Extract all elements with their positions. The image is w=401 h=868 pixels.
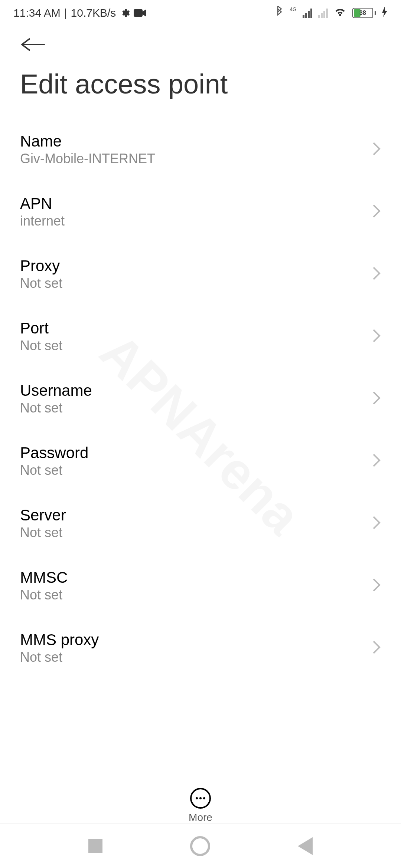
navigation-bar — [0, 823, 401, 868]
setting-item-proxy[interactable]: Proxy Not set — [20, 243, 381, 305]
setting-label: Port — [20, 319, 372, 337]
page-title: Edit access point — [0, 53, 401, 118]
signal-sim1-icon — [303, 8, 312, 18]
more-button[interactable] — [190, 788, 211, 809]
setting-label: Proxy — [20, 257, 372, 275]
setting-label: MMSC — [20, 569, 372, 586]
status-time: 11:34 AM — [13, 7, 61, 19]
nav-recent-button[interactable] — [88, 839, 102, 853]
chevron-right-icon — [372, 204, 381, 220]
setting-value: Giv-Mobile-INTERNET — [20, 151, 372, 167]
svg-rect-0 — [134, 9, 143, 17]
setting-item-mms-proxy[interactable]: MMS proxy Not set — [20, 617, 381, 679]
chevron-right-icon — [372, 328, 381, 345]
setting-item-name[interactable]: Name Giv-Mobile-INTERNET — [20, 118, 381, 181]
nav-back-button[interactable] — [298, 837, 313, 855]
status-netspeed: 10.7KB/s — [71, 7, 116, 19]
network-type-label: 4G — [290, 6, 297, 12]
setting-item-apn[interactable]: APN internet — [20, 181, 381, 243]
setting-value: Not set — [20, 338, 372, 354]
nav-home-button[interactable] — [190, 836, 210, 856]
setting-label: Password — [20, 444, 372, 462]
setting-value: Not set — [20, 400, 372, 416]
setting-label: Server — [20, 506, 372, 524]
charging-icon — [382, 7, 388, 20]
setting-label: Name — [20, 132, 372, 150]
status-bar: 11:34 AM | 10.7KB/s 4G — [0, 0, 401, 26]
gear-icon — [120, 8, 130, 18]
chevron-right-icon — [372, 266, 381, 282]
chevron-right-icon — [372, 453, 381, 469]
setting-label: MMS proxy — [20, 631, 372, 649]
setting-item-server[interactable]: Server Not set — [20, 492, 381, 555]
settings-list: Name Giv-Mobile-INTERNET APN internet Pr… — [0, 118, 401, 679]
battery-icon: 38 — [352, 8, 376, 18]
battery-percent: 38 — [359, 10, 366, 16]
more-label: More — [189, 812, 212, 823]
setting-value: internet — [20, 213, 372, 229]
setting-value: Not set — [20, 650, 372, 665]
setting-item-username[interactable]: Username Not set — [20, 368, 381, 430]
chevron-right-icon — [372, 141, 381, 158]
chevron-right-icon — [372, 515, 381, 532]
chevron-right-icon — [372, 391, 381, 407]
setting-value: Not set — [20, 587, 372, 603]
setting-item-port[interactable]: Port Not set — [20, 305, 381, 368]
chevron-right-icon — [372, 578, 381, 594]
setting-label: APN — [20, 195, 372, 213]
bottom-action-bar: More — [0, 780, 401, 823]
chevron-right-icon — [372, 640, 381, 656]
wifi-icon — [334, 7, 346, 20]
status-separator: | — [64, 7, 67, 19]
setting-item-password[interactable]: Password Not set — [20, 430, 381, 492]
camera-icon — [134, 9, 146, 17]
setting-value: Not set — [20, 276, 372, 291]
setting-item-mmsc[interactable]: MMSC Not set — [20, 555, 381, 617]
setting-value: Not set — [20, 525, 372, 540]
setting-label: Username — [20, 382, 372, 400]
signal-sim2-icon — [318, 8, 328, 18]
bluetooth-icon — [276, 6, 284, 20]
setting-value: Not set — [20, 463, 372, 478]
back-button[interactable] — [20, 37, 46, 53]
